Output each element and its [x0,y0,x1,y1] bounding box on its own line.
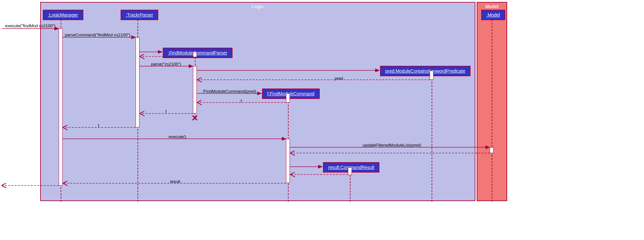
msg-execute-1: execute("findMod cs2100") [5,23,55,28]
activation-logic-manager [59,29,63,186]
destroy-icon: ✕ [191,114,199,122]
activation-trackr-parser [136,37,139,127]
participant-model: :Model [481,10,505,20]
activation-fmcp-2 [193,66,197,114]
msg-f-return-1: f [241,99,242,103]
lifeline-model [492,19,492,202]
logic-box-label: Logic [252,4,264,9]
lifeline-command-result [350,172,351,202]
msg-parse-command: parseCommand("findMod cs2100") [65,32,130,37]
activation-model [490,147,494,153]
msg-result-return: result [170,179,180,184]
activation-fmc-2 [286,139,290,183]
participant-find-module-command-parser: :FindModuleCommandParser [163,48,233,58]
msg-pred-return: pred [335,76,343,81]
participant-logic-manager: :LogicManager [43,10,83,20]
activation-fmc-1 [286,93,290,102]
msg-f-return-2: f [165,109,167,114]
model-box-label: Model [485,4,498,9]
msg-f-return-3: f [98,123,99,128]
activation-command-result [348,167,352,175]
participant-pred: pred:ModuleContainsKeywordPredicate [380,66,471,76]
activation-pred [430,71,434,80]
logic-box: Logic [40,2,475,201]
msg-update-filtered: updateFilteredModuleList(pred) [363,143,421,148]
participant-find-module-command: f:FindModuleCommand [262,89,320,99]
activation-fmcp-1 [193,52,197,57]
lifeline-pred [432,75,432,202]
participant-trackr-parser: :TrackrParser [121,10,158,20]
msg-execute-2: execute() [169,134,186,139]
msg-fmc-create: :FindModuleCommand(pred) [202,89,256,94]
msg-parse: parse("cs2100") [151,62,181,66]
